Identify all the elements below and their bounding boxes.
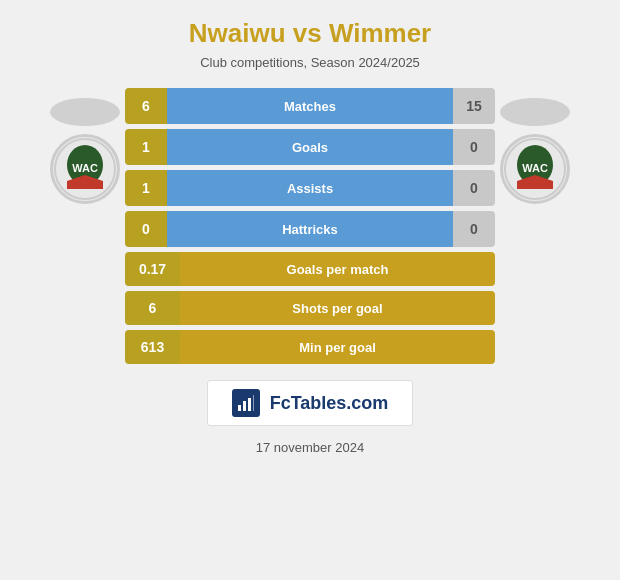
hattricks-left-value: 0 (125, 211, 167, 247)
svg-rect-10 (238, 405, 241, 411)
matches-left-value: 6 (125, 88, 167, 124)
team-right: WAC (495, 88, 575, 204)
stat-row-goals-per-match: 0.17 Goals per match (125, 252, 495, 286)
goals-right-value: 0 (453, 129, 495, 165)
left-oval (50, 98, 120, 126)
svg-rect-11 (243, 401, 246, 411)
wac-logo-right: WAC (503, 137, 567, 201)
assists-label: Assists (167, 170, 453, 206)
hattricks-label: Hattricks (167, 211, 453, 247)
goals-per-match-label: Goals per match (180, 252, 495, 286)
left-logo: WAC (50, 134, 120, 204)
stats-column: 6 Matches 15 1 Goals 0 1 Assists 0 0 Hat… (125, 88, 495, 364)
shots-per-goal-label: Shots per goal (180, 291, 495, 325)
right-logo: WAC (500, 134, 570, 204)
stat-row-assists: 1 Assists 0 (125, 170, 495, 206)
goals-per-match-value: 0.17 (125, 252, 180, 286)
shots-per-goal-value: 6 (125, 291, 180, 325)
min-per-goal-value: 613 (125, 330, 180, 364)
goals-left-value: 1 (125, 129, 167, 165)
hattricks-right-value: 0 (453, 211, 495, 247)
main-content: WAC 6 Matches 15 1 Goals 0 1 Assists (10, 88, 610, 364)
matches-label: Matches (167, 88, 453, 124)
chart-icon (236, 393, 256, 413)
matches-right-value: 15 (453, 88, 495, 124)
min-per-goal-label: Min per goal (180, 330, 495, 364)
stat-row-matches: 6 Matches 15 (125, 88, 495, 124)
fctables-icon (232, 389, 260, 417)
stat-row-min-per-goal: 613 Min per goal (125, 330, 495, 364)
right-oval (500, 98, 570, 126)
assists-right-value: 0 (453, 170, 495, 206)
svg-text:WAC: WAC (72, 162, 98, 174)
svg-text:WAC: WAC (522, 162, 548, 174)
assists-left-value: 1 (125, 170, 167, 206)
team-left: WAC (45, 88, 125, 204)
page-title: Nwaiwu vs Wimmer (189, 18, 432, 49)
wac-logo-left: WAC (53, 137, 117, 201)
svg-rect-3 (67, 181, 103, 189)
stat-row-goals: 1 Goals 0 (125, 129, 495, 165)
date-footer: 17 november 2024 (256, 440, 364, 455)
svg-rect-13 (253, 395, 254, 411)
stat-row-hattricks: 0 Hattricks 0 (125, 211, 495, 247)
page-subtitle: Club competitions, Season 2024/2025 (200, 55, 420, 70)
stat-row-shots-per-goal: 6 Shots per goal (125, 291, 495, 325)
page-wrapper: Nwaiwu vs Wimmer Club competitions, Seas… (0, 0, 620, 580)
fctables-label: FcTables.com (270, 393, 389, 414)
fctables-banner: FcTables.com (207, 380, 414, 426)
svg-rect-12 (248, 398, 251, 411)
goals-label: Goals (167, 129, 453, 165)
svg-rect-8 (517, 181, 553, 189)
